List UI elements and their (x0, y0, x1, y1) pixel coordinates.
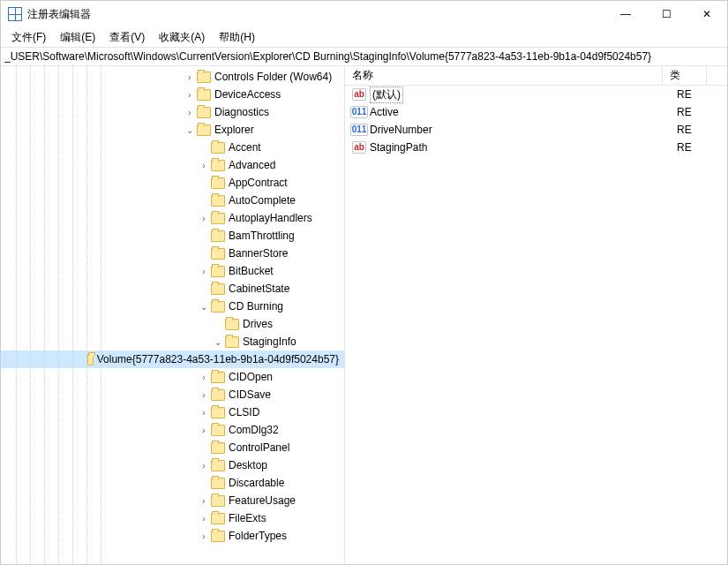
tree-item-label: AutoComplete (229, 194, 301, 207)
list-row[interactable]: 011ActiveRE (345, 103, 727, 121)
chevron-right-icon[interactable]: › (183, 70, 197, 84)
tree-item-label: FolderTypes (229, 530, 292, 542)
binary-value-icon: 011 (352, 123, 366, 137)
menu-file[interactable]: 文件(F) (4, 27, 53, 48)
folder-icon (211, 478, 225, 489)
tree-row[interactable]: ›Discardable (1, 474, 344, 492)
tree-item-label: Accent (229, 141, 266, 154)
tree-item-label: BamThrottling (229, 230, 300, 242)
menu-favorites[interactable]: 收藏夹(A) (152, 27, 212, 48)
tree-row[interactable]: ›Desktop (1, 456, 344, 474)
tree-row[interactable]: ›CIDSave (1, 386, 344, 403)
tree-item-label: CLSID (229, 406, 265, 418)
tree-row[interactable]: ›Advanced (1, 156, 344, 174)
menu-edit[interactable]: 编辑(E) (53, 27, 102, 48)
list-row[interactable]: abStagingPathRE (345, 139, 727, 156)
tree-row[interactable]: ›Drives (1, 315, 344, 333)
tree-item-label: CIDSave (229, 388, 276, 401)
binary-value-icon: 011 (352, 105, 366, 119)
tree-row[interactable]: ›ComDlg32 (1, 421, 344, 439)
folder-icon (211, 495, 225, 507)
address-bar[interactable]: _USER\Software\Microsoft\Windows\Current… (1, 47, 727, 66)
value-type: RE (677, 124, 721, 136)
tree-row[interactable]: ›Controls Folder (Wow64) (1, 68, 344, 86)
title-bar: 注册表编辑器 — ☐ ✕ (1, 1, 727, 27)
folder-icon (211, 283, 225, 295)
tree-row[interactable]: ›ControlPanel (1, 439, 344, 456)
col-type[interactable]: 类 (663, 66, 707, 85)
window-title: 注册表编辑器 (27, 7, 91, 22)
chevron-right-icon[interactable]: › (183, 87, 197, 102)
tree-row[interactable]: ›Volume{5777a823-4a53-11eb-9b1a-04d9f502… (1, 350, 344, 368)
tree-item-label: CabinetState (229, 282, 295, 295)
chevron-right-icon[interactable]: › (197, 493, 211, 508)
list-pane[interactable]: 名称 类 ab(默认)RE011ActiveRE011DriveNumberRE… (345, 66, 727, 564)
folder-icon (225, 336, 239, 348)
close-button[interactable]: ✕ (687, 1, 727, 27)
tree-row[interactable]: ›BannerStore (1, 245, 344, 262)
chevron-right-icon[interactable]: › (197, 423, 211, 437)
tree-row[interactable]: ›BitBucket (1, 262, 344, 280)
tree-row[interactable]: ›CLSID (1, 403, 344, 421)
chevron-right-icon[interactable]: › (197, 458, 211, 472)
menu-view[interactable]: 查看(V) (102, 27, 152, 48)
tree-pane[interactable]: ›Controls Folder (Wow64)›DeviceAccess›Di… (1, 66, 345, 564)
tree-row[interactable]: ›AutoComplete (1, 192, 344, 209)
tree-item-label: StagingInfo (243, 335, 302, 348)
tree-row[interactable]: ⌄CD Burning (1, 298, 344, 315)
chevron-right-icon[interactable]: › (197, 405, 211, 419)
value-name: StagingPath (370, 141, 677, 154)
tree-row[interactable]: ›FileExts (1, 509, 344, 527)
value-type: RE (677, 106, 721, 118)
tree-row[interactable]: ›AutoplayHandlers (1, 209, 344, 227)
tree-item-label: ComDlg32 (229, 424, 284, 436)
tree-row[interactable]: ›DeviceAccess (1, 86, 344, 103)
tree-row[interactable]: ›FolderTypes (1, 527, 344, 545)
menu-help[interactable]: 帮助(H) (212, 27, 262, 48)
tree-item-label: Advanced (229, 159, 281, 171)
tree-row[interactable]: ›AppContract (1, 174, 344, 192)
folder-icon (211, 177, 225, 189)
tree-item-label: BitBucket (229, 265, 279, 277)
folder-icon (211, 142, 225, 154)
chevron-down-icon[interactable]: ⌄ (183, 123, 197, 137)
string-value-icon: ab (352, 140, 366, 154)
folder-icon (211, 195, 225, 207)
folder-icon (211, 266, 225, 277)
tree-row[interactable]: ›CIDOpen (1, 368, 344, 386)
tree-row[interactable]: ›CabinetState (1, 280, 344, 298)
tree-row[interactable]: ⌄StagingInfo (1, 333, 344, 350)
folder-icon (211, 301, 225, 313)
tree-item-label: FeatureUsage (229, 494, 301, 507)
chevron-right-icon[interactable]: › (197, 158, 211, 172)
chevron-right-icon[interactable]: › (183, 105, 197, 119)
minimize-icon: — (620, 8, 631, 20)
col-name[interactable]: 名称 (345, 66, 663, 85)
maximize-button[interactable]: ☐ (646, 1, 687, 27)
chevron-right-icon[interactable]: › (197, 211, 211, 225)
list-row[interactable]: ab(默认)RE (345, 86, 727, 103)
tree-row[interactable]: ⌄Explorer (1, 121, 344, 139)
tree-row[interactable]: ›Diagnostics (1, 103, 344, 121)
chevron-right-icon[interactable]: › (197, 370, 211, 384)
folder-icon (197, 89, 211, 101)
folder-icon (211, 372, 225, 383)
chevron-down-icon[interactable]: ⌄ (211, 335, 225, 349)
minimize-button[interactable]: — (605, 1, 646, 27)
folder-icon (211, 213, 225, 224)
tree-item-label: Explorer (214, 124, 259, 136)
tree-item-label: DeviceAccess (214, 88, 286, 101)
chevron-right-icon[interactable]: › (197, 529, 211, 543)
chevron-right-icon[interactable]: › (197, 264, 211, 278)
tree-row[interactable]: ›Accent (1, 139, 344, 156)
folder-icon (211, 389, 225, 401)
folder-icon (211, 513, 225, 524)
tree-row[interactable]: ›BamThrottling (1, 227, 344, 245)
chevron-down-icon[interactable]: ⌄ (197, 299, 211, 313)
list-row[interactable]: 011DriveNumberRE (345, 121, 727, 139)
tree-item-label: Desktop (229, 459, 273, 471)
tree-row[interactable]: ›FeatureUsage (1, 492, 344, 509)
chevron-right-icon[interactable]: › (197, 511, 211, 525)
folder-icon (211, 248, 225, 260)
chevron-right-icon[interactable]: › (197, 388, 211, 402)
